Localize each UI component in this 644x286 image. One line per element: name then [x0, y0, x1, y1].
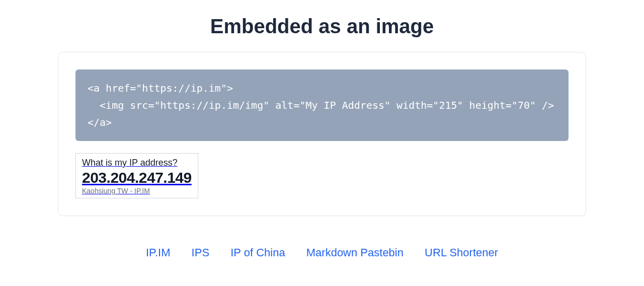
- footer-link-ipim[interactable]: IP.IM: [146, 246, 171, 259]
- footer-link-ips[interactable]: IPS: [192, 246, 209, 259]
- footer-link-markdown-pastebin[interactable]: Markdown Pastebin: [306, 246, 404, 259]
- ip-address-value: 203.204.247.149: [82, 169, 192, 186]
- ip-widget-link[interactable]: What is my IP address? 203.204.247.149 K…: [75, 153, 198, 198]
- ip-location-label: Kaohsiung TW - IP.IM: [82, 187, 192, 195]
- ip-question-label: What is my IP address?: [82, 158, 192, 168]
- footer-link-url-shortener[interactable]: URL Shortener: [425, 246, 498, 259]
- code-snippet[interactable]: <a href="https://ip.im"> <img src="https…: [75, 69, 569, 141]
- footer-link-ip-of-china[interactable]: IP of China: [230, 246, 285, 259]
- footer-links: IP.IM IPS IP of China Markdown Pastebin …: [0, 246, 644, 259]
- embed-card: <a href="https://ip.im"> <img src="https…: [58, 52, 586, 216]
- page-title: Embedded as an image: [0, 15, 644, 38]
